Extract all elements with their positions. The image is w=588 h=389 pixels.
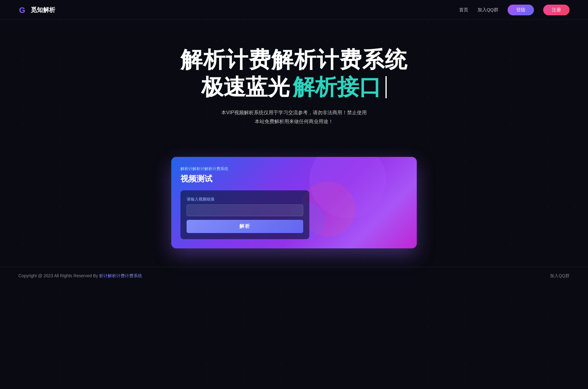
hero-section: 解析计费解析计费系统 极速蓝光 解析接口 本VIP视频解析系统仅用于学习交流参考… <box>0 20 588 145</box>
footer-qq-link[interactable]: 加入QQ群 <box>550 273 570 279</box>
nav-links: 首页 加入QQ群 登陆 注册 <box>459 5 570 15</box>
hero-desc-line1: 本VIP视频解析系统仅用于学习交流参考，请勿非法商用！禁止使用 <box>187 108 401 117</box>
hero-title-normal: 极速蓝光 <box>201 75 290 99</box>
nav-home-link[interactable]: 首页 <box>459 7 468 13</box>
parse-button[interactable]: 解析 <box>187 220 303 233</box>
svg-text:G: G <box>19 6 25 15</box>
card-subtitle: 解析计解析计解析计费系统 <box>180 166 408 172</box>
video-url-input[interactable] <box>187 204 303 216</box>
logo-icon: G <box>18 5 28 15</box>
input-area: 请输入视频链接 解析 <box>180 190 309 239</box>
footer-copyright: Copyright @ 2023 All Rights Reserved By … <box>18 273 142 279</box>
main-card: 解析计解析计解析计费系统 视频测试 请输入视频链接 解析 <box>171 157 417 248</box>
logo-area: G 觅知解析 <box>18 5 55 15</box>
login-button[interactable]: 登陆 <box>508 5 534 15</box>
card-title: 视频测试 <box>180 173 408 184</box>
logo-text: 觅知解析 <box>31 6 55 14</box>
card-section: 解析计解析计解析计费系统 视频测试 请输入视频链接 解析 <box>0 145 588 267</box>
footer: Copyright @ 2023 All Rights Reserved By … <box>0 267 588 285</box>
footer-site-link[interactable]: 析计解析计费计费系统 <box>99 273 142 278</box>
navbar: G 觅知解析 首页 加入QQ群 登陆 注册 <box>0 0 588 20</box>
cursor-bar <box>385 76 387 98</box>
hero-desc: 本VIP视频解析系统仅用于学习交流参考，请勿非法商用！禁止使用 本站免费解析用来… <box>187 108 401 126</box>
hero-desc-line2: 本站免费解析用来做任何商业用途！ <box>187 117 401 126</box>
hero-title-accent: 解析接口 <box>293 75 381 99</box>
input-label: 请输入视频链接 <box>187 196 303 202</box>
hero-title-line1: 解析计费解析计费系统 <box>6 48 582 72</box>
footer-copyright-text: Copyright @ 2023 All Rights Reserved By <box>18 273 98 278</box>
nav-qq-link[interactable]: 加入QQ群 <box>478 7 498 13</box>
register-button[interactable]: 注册 <box>543 5 570 15</box>
hero-title-line2: 极速蓝光 解析接口 <box>6 75 582 99</box>
